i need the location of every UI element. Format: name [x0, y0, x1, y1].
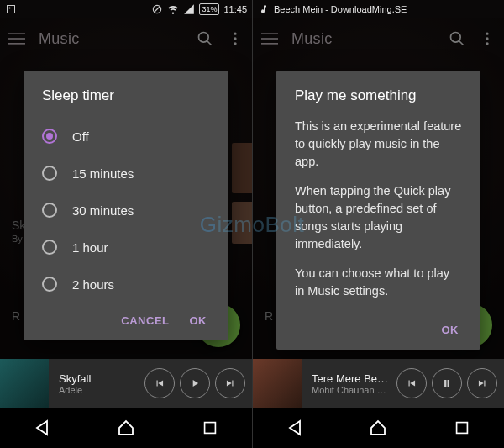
- track-artist: Mohit Chauhan & Sunid: [312, 385, 391, 395]
- svg-rect-21: [457, 423, 468, 434]
- svg-point-1: [9, 8, 11, 9]
- home-button[interactable]: [367, 417, 389, 439]
- dialog-paragraph: When tapping the Quick play button, a pr…: [295, 182, 462, 253]
- dialog-paragraph: This is an experimental feature to quick…: [295, 118, 462, 171]
- skip-next-icon: [224, 377, 236, 389]
- prev-button[interactable]: [396, 368, 427, 398]
- recents-button[interactable]: [451, 417, 473, 439]
- radio-label: Off: [72, 129, 89, 144]
- now-playing-bar[interactable]: Tere Mere Beech Me Mohit Chauhan & Sunid: [253, 359, 504, 408]
- radio-option-1hr[interactable]: 1 hour: [42, 229, 210, 266]
- radio-option-2hr[interactable]: 2 hours: [42, 266, 210, 303]
- ok-button[interactable]: OK: [442, 324, 459, 336]
- track-artist: Adele: [59, 385, 139, 395]
- signal-icon: [183, 3, 195, 15]
- gallery-icon: [5, 3, 17, 15]
- radio-icon: [42, 166, 57, 181]
- radio-icon: [42, 203, 57, 218]
- dialog-title: Play me something: [295, 87, 462, 104]
- track-title: Skyfall: [59, 372, 139, 385]
- svg-line-3: [155, 7, 160, 13]
- play-icon: [189, 377, 201, 389]
- radio-option-15min[interactable]: 15 minutes: [42, 155, 210, 192]
- album-art: [253, 359, 302, 408]
- svg-rect-12: [205, 423, 216, 434]
- radio-label: 30 minutes: [72, 203, 134, 218]
- status-bar: 31% 11:45: [0, 0, 252, 18]
- radio-label: 15 minutes: [72, 166, 134, 181]
- home-button[interactable]: [115, 417, 137, 439]
- wifi-icon: [167, 3, 179, 15]
- recents-button[interactable]: [199, 417, 221, 439]
- radio-label: 2 hours: [72, 277, 114, 292]
- ok-button[interactable]: OK: [190, 314, 207, 327]
- next-button[interactable]: [467, 368, 497, 398]
- skip-next-icon: [476, 377, 488, 389]
- sleep-timer-dialog: Sleep timer Off 15 minutes 30 minutes 1 …: [24, 71, 228, 340]
- pause-icon: [441, 377, 453, 389]
- next-button[interactable]: [215, 368, 245, 398]
- play-me-something-dialog: Play me something This is an experimenta…: [276, 71, 480, 350]
- status-bar: Beech Mein - DownloadMing.SE: [253, 0, 504, 18]
- cancel-button[interactable]: CANCEL: [121, 314, 169, 327]
- now-playing-bar[interactable]: Skyfall Adele: [0, 359, 252, 408]
- music-note-icon: [258, 3, 270, 15]
- track-title: Tere Mere Beech Me: [312, 372, 391, 385]
- svg-rect-0: [8, 6, 15, 13]
- navigation-bar: [0, 408, 252, 448]
- battery-indicator: 31%: [199, 3, 219, 15]
- dialog-paragraph: You can choose what to play in Music set…: [295, 265, 462, 300]
- radio-icon: [42, 240, 57, 255]
- radio-icon: [42, 129, 57, 144]
- radio-option-off[interactable]: Off: [42, 118, 210, 155]
- dialog-title: Sleep timer: [42, 87, 210, 104]
- status-nowplaying: Beech Mein - DownloadMing.SE: [274, 4, 407, 14]
- phone-left: 31% 11:45 Music Sk By R Sleep timer Off …: [0, 0, 252, 448]
- clock: 11:45: [223, 4, 247, 14]
- skip-prev-icon: [406, 377, 417, 389]
- skip-prev-icon: [154, 377, 165, 389]
- album-art: [0, 359, 49, 408]
- no-sim-icon: [151, 3, 163, 15]
- play-button[interactable]: [180, 368, 210, 398]
- navigation-bar: [253, 408, 504, 448]
- radio-label: 1 hour: [72, 240, 108, 255]
- phone-right: Beech Mein - DownloadMing.SE Music R Pla…: [252, 0, 504, 448]
- radio-option-30min[interactable]: 30 minutes: [42, 192, 210, 229]
- prev-button[interactable]: [144, 368, 175, 398]
- radio-icon: [42, 277, 57, 292]
- pause-button[interactable]: [432, 368, 462, 398]
- back-button[interactable]: [284, 417, 306, 439]
- back-button[interactable]: [31, 417, 53, 439]
